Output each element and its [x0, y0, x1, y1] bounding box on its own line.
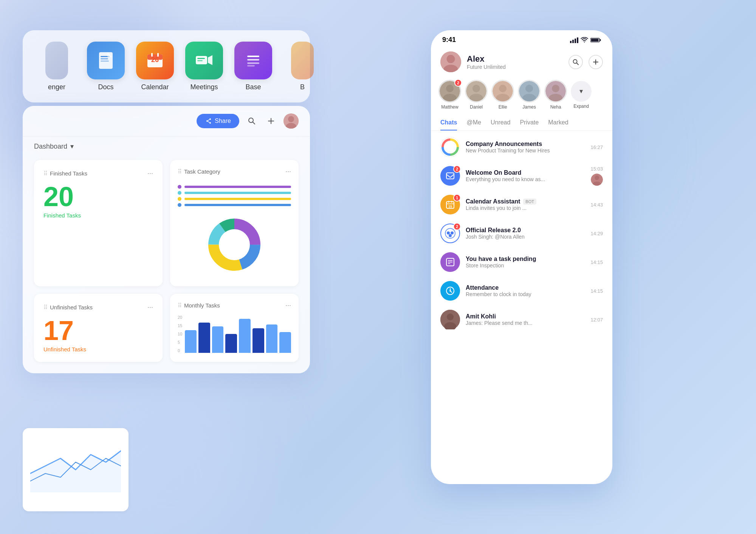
legend-dot-3	[178, 197, 181, 201]
chat-preview-task: Store Inspection	[466, 262, 585, 269]
unfinished-tasks-title: ⠿ Unfinished Tasks	[43, 304, 93, 311]
chat-preview-amit: James: Please send me th...	[466, 320, 585, 326]
search-button[interactable]	[245, 114, 259, 128]
story-neha[interactable]: Neha	[544, 80, 567, 110]
dashboard-title-bar: Dashboard ▾	[23, 137, 310, 156]
chat-item-attendance[interactable]: Attendance Remember to clock in today 14…	[431, 276, 612, 305]
svg-line-20	[208, 120, 209, 121]
story-ellie[interactable]: Ellie	[491, 80, 514, 110]
chat-name-release: Official Release 2.0	[466, 227, 585, 234]
chat-avatar-welcome: 2	[440, 166, 460, 186]
unfinished-tasks-menu[interactable]: ···	[147, 303, 153, 311]
svg-marker-35	[30, 451, 121, 492]
svg-point-57	[499, 85, 507, 92]
chat-content-company: Company Announcements New Product Traini…	[466, 141, 585, 154]
story-james[interactable]: James	[518, 80, 541, 110]
chat-user-org: Future Unlimited	[467, 64, 563, 70]
chat-meta-task: 14:15	[590, 259, 603, 265]
svg-rect-14	[247, 59, 259, 61]
svg-rect-36	[570, 41, 572, 43]
app-icons-panel: enger Docs 26	[23, 30, 310, 102]
release-badge: 2	[453, 223, 461, 230]
svg-point-44	[447, 55, 455, 63]
svg-rect-42	[591, 39, 599, 41]
chat-item-company-announcements[interactable]: Company Announcements New Product Traini…	[431, 133, 612, 161]
task-category-legend	[178, 181, 291, 211]
story-label-ellie: Ellie	[499, 104, 507, 110]
story-expand[interactable]: ▾ Expand	[571, 81, 592, 109]
chat-meta-attendance: 14:15	[590, 288, 603, 294]
finished-tasks-menu[interactable]: ···	[147, 169, 153, 177]
legend-bar-1	[178, 185, 291, 189]
meetings-icon-box	[185, 42, 223, 79]
chat-content-welcome: Welcome On Board Everything you need to …	[466, 169, 585, 182]
tab-unread[interactable]: Unread	[491, 115, 510, 130]
svg-rect-11	[197, 58, 205, 59]
story-label-james: James	[522, 104, 536, 110]
story-label-matthew: Matthew	[441, 104, 458, 110]
chat-item-amit[interactable]: Amit Kohli James: Please send me th... 1…	[431, 305, 612, 334]
app-icon-meetings[interactable]: Meetings	[181, 42, 227, 91]
chat-name-calendar: Calendar Assistant BOT	[466, 198, 585, 205]
tab-chats[interactable]: Chats	[440, 115, 457, 130]
bar-3	[212, 326, 224, 353]
tab-atme[interactable]: @Me	[466, 115, 481, 130]
bar-5	[239, 319, 251, 353]
app-icon-calendar[interactable]: 26 Calendar	[132, 42, 178, 91]
donut-container	[178, 211, 291, 279]
share-button[interactable]: Share	[197, 114, 239, 128]
monthly-tasks-header: ⠿ Monthly Tasks ···	[178, 301, 291, 309]
legend-dot-1	[178, 185, 181, 189]
chat-add-button[interactable]	[589, 55, 603, 69]
mobile-phone-panel: 9:41	[431, 30, 612, 484]
user-avatar	[284, 113, 299, 129]
chat-item-task-pending[interactable]: You have a task pending Store Inspection…	[431, 248, 612, 276]
expand-button[interactable]: ▾	[571, 81, 592, 102]
svg-point-51	[446, 85, 454, 92]
chat-time-release: 14:29	[590, 231, 603, 236]
line-chart-svg	[30, 436, 121, 492]
chat-time-company: 16:27	[590, 144, 603, 150]
svg-rect-8	[157, 53, 159, 57]
svg-line-21	[208, 121, 209, 123]
app-icon-partial-left: enger	[34, 42, 79, 91]
chat-preview-release: Josh Singh: @Nora Allen	[466, 234, 585, 240]
svg-rect-39	[577, 37, 578, 43]
add-button[interactable]	[264, 114, 278, 128]
chat-list: Company Announcements New Product Traini…	[431, 131, 612, 336]
chat-name-task: You have a task pending	[466, 256, 585, 262]
user-avatar-large	[440, 51, 461, 72]
svg-rect-12	[197, 60, 203, 61]
svg-point-77	[447, 231, 450, 234]
unfinished-tasks-number: 17	[43, 317, 153, 344]
dashboard-panel: Share Dashboard ▾	[23, 106, 310, 373]
tab-private[interactable]: Private	[520, 115, 539, 130]
chat-preview-company: New Product Training for New Hires	[466, 147, 585, 154]
story-avatar-daniel	[465, 80, 488, 102]
chat-item-welcome[interactable]: 2 Welcome On Board Everything you need t…	[431, 161, 612, 190]
line-chart-card	[23, 428, 129, 511]
tab-marked[interactable]: Marked	[548, 115, 568, 130]
app-icon-base[interactable]: Base	[231, 42, 276, 91]
story-matthew[interactable]: 2 Matthew	[438, 80, 461, 110]
svg-line-47	[577, 63, 579, 65]
svg-text:26: 26	[151, 56, 159, 64]
chat-item-calendar-assistant[interactable]: 15 1 Calendar Assistant BOT Linda invite…	[431, 190, 612, 219]
monthly-tasks-menu[interactable]: ···	[285, 301, 291, 309]
finished-tasks-header: ⠿ Finished Tasks ···	[43, 169, 153, 177]
task-category-header: ⠿ Task Category ···	[178, 168, 291, 175]
task-category-menu[interactable]: ···	[285, 168, 291, 175]
dashboard-dropdown-arrow[interactable]: ▾	[70, 142, 74, 151]
finished-tasks-sublabel: Finished Tasks	[43, 212, 153, 219]
bar-7	[266, 324, 278, 353]
chat-search-button[interactable]	[569, 55, 583, 69]
task-category-card: ⠿ Task Category ···	[170, 160, 299, 286]
bars-container	[185, 315, 291, 353]
share-label: Share	[215, 118, 231, 124]
bot-badge: BOT	[523, 199, 536, 205]
y-label-20: 20	[178, 315, 182, 320]
svg-point-87	[447, 314, 454, 320]
story-daniel[interactable]: Daniel	[465, 80, 488, 110]
app-icon-docs[interactable]: Docs	[83, 42, 129, 91]
chat-item-official-release[interactable]: 2 Official Release 2.0 Josh Singh: @Nora…	[431, 219, 612, 248]
